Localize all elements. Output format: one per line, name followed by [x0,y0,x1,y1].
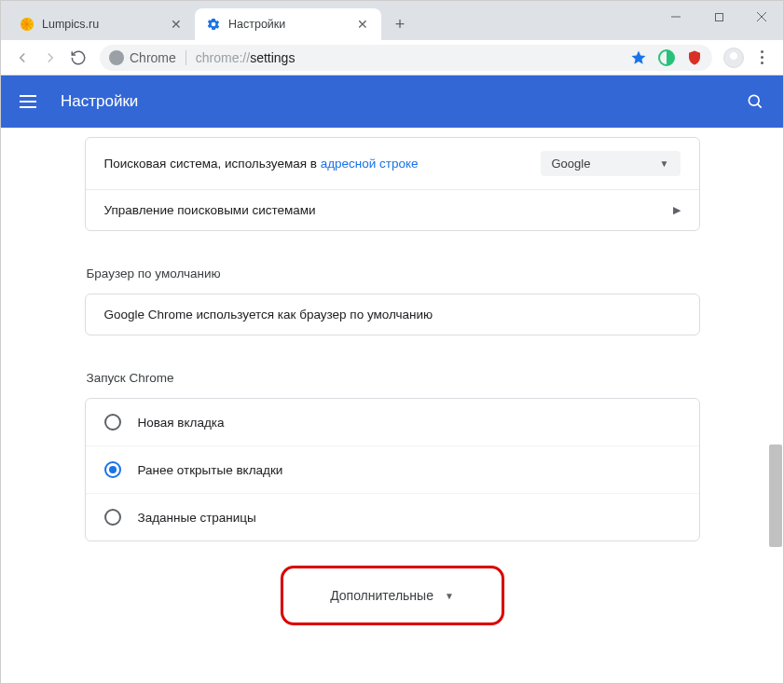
forward-button[interactable] [36,44,64,72]
startup-option-label: Ранее открытые вкладки [138,463,283,477]
extension-icon-2[interactable] [686,49,703,66]
window-titlebar: Lumpics.ru ✕ Настройки ✕ + [1,1,783,40]
advanced-toggle-button[interactable]: Дополнительные ▼ [309,579,475,612]
tab-title: Настройки [228,18,350,31]
close-tab-icon[interactable]: ✕ [169,17,184,32]
svg-point-5 [749,95,759,105]
tab-title: Lumpics.ru [42,18,163,31]
radio-icon [104,461,121,478]
startup-option-label: Заданные страницы [138,511,256,525]
close-window-button[interactable] [740,3,783,31]
search-engine-row: Поисковая система, используемая в адресн… [86,138,699,189]
chevron-down-icon: ▼ [445,591,454,601]
window-controls [654,1,783,33]
page-title: Настройки [61,92,138,111]
browser-tab-settings[interactable]: Настройки ✕ [195,8,381,40]
manage-search-engines-label: Управление поисковыми системами [104,203,316,217]
reload-button[interactable] [64,44,92,72]
chrome-origin-chip: Chrome [109,50,186,65]
default-browser-status-row: Google Chrome используется как браузер п… [86,294,699,335]
address-bar[interactable]: Chrome chrome://settings [100,45,712,71]
minimize-button[interactable] [654,3,697,31]
dropdown-icon: ▼ [660,158,669,169]
search-engine-select[interactable]: Google ▼ [541,151,681,176]
startup-card: Новая вкладка Ранее открытые вкладки Зад… [85,398,700,541]
menu-icon[interactable] [20,90,42,113]
maximize-button[interactable] [697,3,740,31]
chip-label: Chrome [130,50,176,65]
chevron-right-icon: ▶ [673,204,681,216]
url-scheme: chrome:// [196,50,250,65]
search-engine-value: Google [552,157,591,171]
svg-line-6 [758,104,762,108]
search-engine-label: Поисковая система, используемая в адресн… [104,157,419,171]
search-engine-card: Поисковая система, используемая в адресн… [85,137,700,231]
browser-tab-lumpics[interactable]: Lumpics.ru ✕ [8,8,195,40]
extension-icon-1[interactable] [658,49,675,66]
startup-section-title: Запуск Chrome [85,354,700,398]
new-tab-button[interactable]: + [387,11,413,37]
favicon-lumpics [20,17,34,32]
close-tab-icon[interactable]: ✕ [355,17,370,32]
profile-avatar[interactable] [720,44,748,72]
radio-icon [104,509,121,526]
radio-icon [104,414,121,431]
startup-option-specific[interactable]: Заданные страницы [86,493,699,540]
back-button[interactable] [8,44,36,72]
advanced-section: Дополнительные ▼ [85,579,700,612]
browser-menu-button[interactable] [748,44,776,72]
startup-option-continue[interactable]: Ранее открытые вкладки [86,445,699,493]
search-icon[interactable] [738,85,772,118]
settings-content: Поисковая система, используемая в адресн… [1,128,783,683]
scrollbar-thumb[interactable] [769,445,782,547]
url-path: settings [250,50,295,65]
address-bar-link[interactable]: адресной строке [321,157,419,171]
chrome-icon [109,50,124,65]
default-browser-card: Google Chrome используется как браузер п… [85,294,700,335]
default-browser-status: Google Chrome используется как браузер п… [104,308,433,321]
favicon-settings [206,17,221,32]
browser-toolbar: Chrome chrome://settings [1,40,783,75]
svg-rect-2 [715,13,722,21]
settings-header: Настройки [1,75,783,128]
advanced-label: Дополнительные [330,588,433,603]
startup-option-newtab[interactable]: Новая вкладка [86,399,699,445]
bookmark-star-icon[interactable] [630,49,647,66]
manage-search-engines-row[interactable]: Управление поисковыми системами ▶ [86,189,699,230]
default-browser-section-title: Браузер по умолчанию [85,250,700,294]
startup-option-label: Новая вкладка [138,416,225,430]
